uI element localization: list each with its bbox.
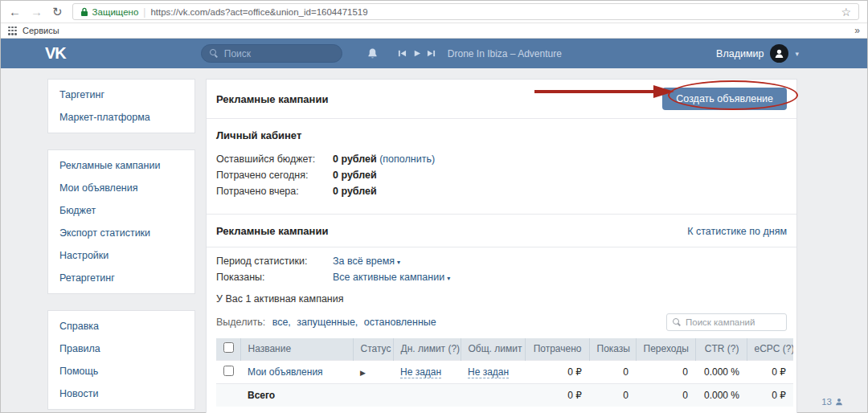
row-ecpc: 0 ₽ (747, 360, 793, 383)
notifications-bell-icon[interactable] (366, 47, 379, 59)
header-search[interactable] (201, 44, 342, 63)
bookmark-star-icon[interactable]: ☆ (841, 6, 851, 18)
sidebar-group-help: Справка Правила Помощь Новости (47, 310, 195, 410)
col-daily-limit: Дн. лимит (?) (393, 338, 461, 360)
avatar[interactable] (770, 44, 788, 63)
url-text[interactable]: https://vk.com/ads?act=office&union_id=1… (150, 7, 836, 17)
back-icon[interactable]: ← (9, 6, 21, 18)
campaign-name-link[interactable]: Мои объявления (248, 366, 323, 378)
select-label: Выделить: (216, 317, 265, 328)
topup-link[interactable]: (пополнить) (379, 153, 435, 165)
select-running-link[interactable]: запущенные (297, 317, 355, 328)
select-links: Выделить: все, запущенные, остановленные (216, 317, 436, 328)
total-label: Всего (240, 383, 353, 407)
shown-filter-label: Показаны: (216, 272, 333, 283)
forward-icon[interactable]: → (31, 6, 43, 18)
lock-icon (80, 7, 88, 17)
col-ctr: CTR (?) (695, 338, 747, 360)
budget-value: 0 рублей (333, 153, 377, 165)
daily-stats-link[interactable]: К статистике по дням (687, 226, 787, 237)
separator: , (288, 317, 290, 328)
sidebar-item-rules[interactable]: Правила (48, 337, 194, 360)
row-checkbox[interactable] (223, 366, 234, 376)
col-transitions: Переходы (636, 338, 695, 360)
campaigns-body: Период статистики: За всё время▾ Показан… (207, 247, 796, 413)
total-transitions: 0 (636, 383, 695, 407)
browser-window: ← → ↻ Защищено | https://vk.com/ads?act=… (0, 0, 868, 413)
stats-period-label: Период статистики: (216, 256, 333, 267)
sidebar: Таргетинг Маркет-платформа Рекламные кам… (47, 79, 195, 413)
header-search-input[interactable] (224, 48, 349, 59)
campaigns-section-header: Рекламные кампании К статистике по дням (207, 215, 796, 247)
vk-logo[interactable]: VK (45, 44, 66, 63)
user-name[interactable]: Владимир (716, 48, 764, 59)
next-track-icon[interactable] (427, 49, 436, 58)
select-all-checkbox[interactable] (223, 342, 234, 353)
daily-limit-link[interactable]: Не задан (400, 366, 441, 378)
select-all-link[interactable]: все (272, 317, 289, 328)
row-transitions: 0 (636, 360, 695, 383)
shown-filter-dropdown[interactable]: Все активные кампании▾ (333, 272, 450, 283)
spent-yesterday-row: Потрачено вчера: 0 рублей (216, 186, 787, 197)
online-count: 13 (821, 397, 832, 407)
chevron-down-icon: ▾ (397, 259, 400, 266)
bookmark-services[interactable]: Сервисы (23, 26, 59, 35)
stats-period-row: Период статистики: За всё время▾ (216, 256, 787, 267)
search-icon (673, 318, 682, 327)
sidebar-item-help[interactable]: Помощь (48, 360, 194, 382)
campaign-search-input[interactable] (686, 317, 780, 327)
play-icon[interactable] (412, 49, 421, 58)
select-toolbar: Выделить: все, запущенные, остановленные (216, 313, 787, 331)
content-header: Рекламные кампании Создать объявление (207, 80, 796, 118)
sidebar-group-targeting: Таргетинг Маркет-платформа (47, 79, 195, 133)
refresh-icon[interactable]: ↻ (52, 6, 63, 18)
prev-track-icon[interactable] (398, 49, 407, 58)
spent-today-label: Потрачено сегодня: (216, 170, 333, 181)
total-ecpc: 0 ₽ (747, 383, 793, 407)
spent-today-row: Потрачено сегодня: 0 рублей (216, 170, 787, 181)
chevron-down-icon: ▾ (447, 275, 450, 282)
bookmarks-overflow-icon[interactable]: » (854, 25, 860, 36)
col-ecpc: eCPC (?) (747, 338, 793, 360)
stats-period-dropdown[interactable]: За всё время▾ (333, 256, 400, 267)
sidebar-item-targeting[interactable]: Таргетинг (48, 84, 194, 106)
secure-label: Защищено (92, 7, 139, 17)
sidebar-item-news[interactable]: Новости (48, 382, 194, 405)
secure-badge[interactable]: Защищено (80, 7, 139, 17)
sidebar-item-market-platform[interactable]: Маркет-платформа (48, 106, 194, 129)
sidebar-item-budget[interactable]: Бюджет (48, 199, 194, 222)
sidebar-group-campaigns: Рекламные кампании Мои объявления Бюджет… (47, 149, 195, 294)
account-section-title: Личный кабинет (216, 129, 787, 141)
apps-grid-icon[interactable] (8, 27, 17, 35)
select-stopped-link[interactable]: остановленные (364, 317, 436, 328)
bookmarks-bar: Сервисы » (1, 23, 867, 39)
col-total-limit: Общ. лимит (461, 338, 525, 360)
total-limit-link[interactable]: Не задан (468, 366, 509, 378)
address-separator: | (143, 6, 145, 18)
spent-yesterday-label: Потрачено вчера: (216, 186, 333, 197)
col-name: Название (240, 338, 353, 360)
sidebar-item-retargeting[interactable]: Ретаргетинг (48, 267, 194, 289)
sidebar-item-my-ads[interactable]: Мои объявления (48, 177, 194, 199)
total-ctr: 0.000 % (695, 383, 747, 407)
user-menu-caret-icon[interactable]: ▾ (795, 50, 799, 58)
create-ad-button[interactable]: Создать объявление (662, 88, 787, 110)
online-counter[interactable]: 13 (821, 397, 843, 407)
main-panel: Рекламные кампании Создать объявление Ли… (206, 79, 797, 413)
spent-yesterday-value: 0 рублей (333, 186, 377, 197)
page-body: Таргетинг Маркет-платформа Рекламные кам… (1, 69, 867, 412)
sidebar-item-stats-export[interactable]: Экспорт статистики (48, 222, 194, 244)
separator: , (355, 317, 358, 328)
table-total-row: Всего 0 ₽ 0 0 0.000 % 0 ₽ (216, 383, 793, 407)
sidebar-item-settings[interactable]: Настройки (48, 244, 194, 267)
account-section: Личный кабинет Оставшийся бюджет: 0 рубл… (207, 119, 796, 214)
row-impressions: 0 (589, 360, 636, 383)
row-spent: 0 ₽ (525, 360, 589, 383)
campaign-search[interactable] (666, 313, 787, 331)
status-running-icon: ▶ (360, 369, 366, 377)
address-bar[interactable]: Защищено | https://vk.com/ads?act=office… (72, 3, 859, 20)
track-title[interactable]: Drone In Ibiza – Adventure (448, 48, 562, 59)
table-row: Мои объявления ▶ Не задан Не задан 0 ₽ 0… (216, 360, 793, 383)
sidebar-item-ad-campaigns[interactable]: Рекламные кампании (48, 154, 194, 177)
sidebar-item-reference[interactable]: Справка (48, 315, 194, 337)
